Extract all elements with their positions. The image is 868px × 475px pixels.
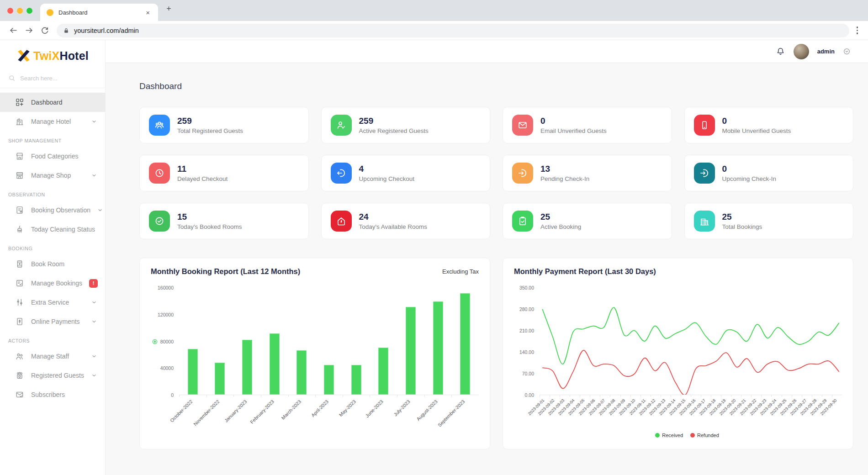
stat-label: Total Registered Guests xyxy=(177,127,243,134)
stat-card-email-unverified-guests: 0Email Unverified Guests xyxy=(503,107,672,143)
search-input[interactable] xyxy=(20,75,97,82)
username[interactable]: admin xyxy=(817,48,835,55)
sidebar-item-subscribers[interactable]: Subscribers xyxy=(0,385,105,404)
sidebar-item-today-cleaning-status[interactable]: Today Cleaning Status xyxy=(0,220,105,239)
users-icon xyxy=(154,120,165,131)
bar-september-2023 xyxy=(451,288,479,395)
tab-favicon xyxy=(47,9,53,16)
y-tick-label: 80000 xyxy=(160,339,174,344)
forward-button[interactable] xyxy=(23,25,35,37)
bar-november-2022 xyxy=(206,288,234,395)
stat-text: 4Upcoming Checkout xyxy=(359,164,415,183)
sidebar-section-shop-management: SHOP MANAGEMENT xyxy=(0,131,105,147)
stat-card-delayed-checkout: 11Delayed Checkout xyxy=(139,155,309,191)
sidebar-item-label: Online Payments xyxy=(31,318,80,325)
chevron-down-icon xyxy=(105,280,105,286)
logo[interactable]: TwiXHotel xyxy=(0,43,105,69)
sidebar-item-label: Dashboard xyxy=(31,99,63,106)
cleaning-icon xyxy=(15,225,24,234)
stats-grid: 259Total Registered Guests259Active Regi… xyxy=(139,107,853,239)
legend-dot-icon xyxy=(690,433,695,438)
stat-card-today-s-available-rooms: 24Today's Available Rooms xyxy=(321,203,491,239)
sidebar-item-manage-staff[interactable]: Manage Staff xyxy=(0,347,105,366)
sidebar-item-label: Today Cleaning Status xyxy=(31,226,95,233)
browser-tab[interactable]: Dashboard × xyxy=(40,4,158,21)
browser-url-bar: yoursiteurl.com/admin xyxy=(0,21,868,40)
stat-text: 0Upcoming Check-In xyxy=(722,164,777,183)
sidebar-item-extra-service[interactable]: Extra Service xyxy=(0,293,105,312)
bar-y-axis: 04000080000120000160000 xyxy=(151,288,179,395)
address-bar[interactable]: yoursiteurl.com/admin xyxy=(57,24,849,37)
notifications-bell-icon[interactable] xyxy=(776,47,785,56)
search-icon xyxy=(8,74,16,82)
y-tick-label: 0 xyxy=(171,392,174,398)
sidebar-item-manage-hotel[interactable]: Manage Hotel xyxy=(0,112,105,131)
sidebar-item-label: Booking Observation xyxy=(31,206,90,214)
y-tick-label: 40000 xyxy=(160,365,174,371)
building-icon xyxy=(699,216,710,227)
envelope-icon xyxy=(517,120,528,131)
sidebar-item-manage-bookings[interactable]: Manage Bookings! xyxy=(0,274,105,293)
reload-icon xyxy=(40,26,49,35)
stat-text: 25Total Bookings xyxy=(722,212,762,231)
account-dropdown-icon[interactable] xyxy=(843,48,851,55)
sidebar-nav: DashboardManage HotelSHOP MANAGEMENTFood… xyxy=(0,88,105,404)
maximize-window-icon[interactable] xyxy=(26,8,32,14)
sidebar-item-label: Extra Service xyxy=(31,299,69,306)
sidebar-item-booking-observation[interactable]: Booking Observation xyxy=(0,201,105,220)
observation-icon xyxy=(15,206,24,215)
bar-march-2023 xyxy=(288,288,316,395)
tab-close-icon[interactable]: × xyxy=(144,8,152,17)
stat-card-upcoming-checkout: 4Upcoming Checkout xyxy=(321,155,491,191)
sidebar-item-food-categories[interactable]: Food Categories xyxy=(0,147,105,166)
sidebar-item-manage-shop[interactable]: Manage Shop xyxy=(0,166,105,185)
minimize-window-icon[interactable] xyxy=(17,8,23,14)
line-plot-area xyxy=(540,288,842,395)
sidebar-item-label: Manage Shop xyxy=(31,172,71,179)
browser-menu-icon[interactable] xyxy=(854,25,861,36)
sidebar-item-label: Manage Hotel xyxy=(31,118,71,125)
chart-title: Monthly Booking Report (Last 12 Months) xyxy=(151,267,300,276)
bar-plot-area xyxy=(179,288,479,395)
checkin-tile xyxy=(694,163,715,184)
sidebar-item-label: Manage Bookings xyxy=(31,280,82,287)
sidebar-item-label: Registered Guests xyxy=(31,372,84,379)
chevron-down-icon xyxy=(91,119,97,124)
new-tab-button[interactable] xyxy=(165,5,172,13)
checkin-tile xyxy=(512,163,533,184)
stat-value: 0 xyxy=(722,164,777,174)
content: Dashboard 259Total Registered Guests259A… xyxy=(106,63,868,475)
stat-value: 259 xyxy=(177,116,243,127)
bookings-icon xyxy=(15,279,24,288)
y-tick-label: 140.00 xyxy=(519,349,534,355)
mobile-icon xyxy=(699,120,710,131)
window-controls[interactable] xyxy=(7,8,32,14)
book-room-icon xyxy=(15,259,24,269)
checkout-icon xyxy=(336,168,347,179)
y-tick-label: 70.00 xyxy=(522,371,534,376)
close-window-icon[interactable] xyxy=(7,8,13,14)
x-tick: March-2023 xyxy=(288,395,316,437)
sidebar-item-book-room[interactable]: Book Room xyxy=(0,254,105,274)
stat-value: 259 xyxy=(359,116,429,127)
checkin-icon xyxy=(517,168,528,179)
sidebar-item-online-payments[interactable]: Online Payments xyxy=(0,312,105,331)
logo-x-icon xyxy=(16,48,31,63)
reload-button[interactable] xyxy=(38,25,50,37)
sidebar-item-label: Food Categories xyxy=(31,153,79,160)
sidebar-item-label: Manage Staff xyxy=(31,353,69,360)
avatar[interactable] xyxy=(794,44,809,59)
sidebar-item-label: Book Room xyxy=(31,260,64,268)
stat-label: Active Booking xyxy=(540,223,581,230)
stat-value: 25 xyxy=(722,212,762,222)
back-button[interactable] xyxy=(7,25,19,37)
legend-dot-icon xyxy=(655,433,660,438)
sidebar-item-dashboard[interactable]: Dashboard xyxy=(0,93,105,112)
stat-value: 0 xyxy=(722,116,791,127)
clock-icon xyxy=(154,168,165,179)
sidebar-item-label: Subscribers xyxy=(31,391,65,398)
payments-icon xyxy=(15,317,24,326)
currency-icon xyxy=(152,338,158,345)
sidebar-item-registered-guests[interactable]: Registered Guests xyxy=(0,366,105,385)
user-check-tile xyxy=(331,115,352,136)
